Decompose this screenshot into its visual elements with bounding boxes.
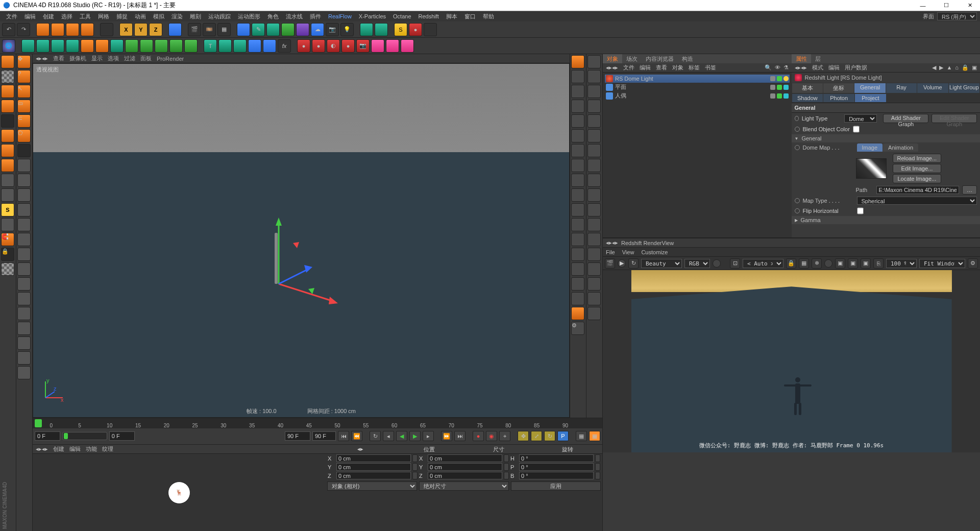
subsection-gamma[interactable]: ▶Gamma (792, 216, 981, 224)
tag-icon[interactable] (783, 93, 789, 99)
lt-slot6-icon[interactable] (17, 233, 31, 246)
xp-g3-icon[interactable] (140, 39, 153, 53)
tl-opt2-icon[interactable]: ▦ (589, 431, 600, 441)
tab-shadow[interactable]: Shadow (792, 94, 823, 102)
last-tool-icon[interactable] (100, 23, 113, 36)
dome-tab-anim[interactable]: Animation (883, 143, 918, 152)
light-icon[interactable]: 💡 (340, 23, 354, 36)
dome-preview-icon[interactable] (856, 158, 887, 179)
xp-quest-icon[interactable] (233, 39, 247, 53)
rp-14-icon[interactable] (571, 262, 584, 276)
render-dot-icon[interactable] (777, 85, 782, 90)
rv-copy-icon[interactable]: ⎘ (873, 258, 884, 269)
lt-slot9-icon[interactable] (17, 277, 31, 291)
menu-edit[interactable]: 编辑 (21, 12, 39, 21)
tab-ray[interactable]: Ray (886, 83, 917, 93)
om-handle-icon[interactable]: ◂▸◂▸ (606, 64, 618, 71)
record-icon[interactable]: ● (473, 431, 484, 441)
rs-s-icon[interactable]: S (394, 23, 407, 36)
rp2-9-icon[interactable] (587, 174, 601, 187)
rv-customize[interactable]: Customize (641, 249, 668, 255)
render-dot-icon[interactable] (777, 76, 782, 81)
object-mode-icon[interactable] (1, 100, 14, 113)
tab-lightgroup[interactable]: Light Group (949, 83, 979, 93)
rp2-11-icon[interactable] (587, 203, 601, 216)
perspective-viewport[interactable]: 透视视图 (33, 63, 570, 418)
timeline-ruler[interactable]: 0 5 10 15 20 25 30 35 40 45 50 55 60 65 … (33, 418, 602, 428)
play-fwd-icon[interactable]: ▶ (409, 431, 421, 441)
menu-select[interactable]: 选择 (58, 12, 76, 21)
rp2-6-icon[interactable] (587, 129, 601, 142)
xp-action-icon[interactable] (218, 39, 232, 53)
lt-slot11-icon[interactable] (17, 307, 31, 320)
rot-key-icon[interactable]: ↻ (544, 431, 555, 441)
lt-slot12-icon[interactable] (17, 322, 31, 335)
playhead-icon[interactable] (35, 419, 42, 427)
menu-anim[interactable]: 动画 (132, 12, 149, 21)
rv-handle-icon[interactable]: ◂▸◂▸ (606, 239, 618, 246)
environment-icon[interactable]: ☁ (311, 23, 324, 36)
maximize-button[interactable]: ☐ (939, 1, 953, 10)
lt-move-icon[interactable]: ✥ (17, 55, 31, 68)
lt-help-icon[interactable]: ? (17, 70, 31, 83)
om-eye-icon[interactable]: 👁 (775, 64, 780, 71)
coord-p-rot[interactable] (519, 463, 594, 471)
vm-view[interactable]: 查看 (53, 55, 64, 62)
deformer-icon[interactable] (296, 23, 309, 36)
vm-filter[interactable]: 过滤 (124, 55, 135, 62)
menu-octane[interactable]: Octane (390, 12, 414, 20)
vm-display[interactable]: 显示 (91, 55, 103, 62)
lt-slot7-icon[interactable] (17, 248, 31, 261)
attr-tab-attr[interactable]: 属性 (792, 54, 811, 64)
am-lock-icon[interactable]: 🔒 (962, 64, 969, 71)
rp-6-icon[interactable] (571, 144, 584, 157)
step-fwd-icon[interactable]: ▸ (423, 431, 434, 441)
lt-slot5-icon[interactable] (17, 218, 31, 231)
om-search-icon[interactable]: 🔍 (765, 64, 772, 71)
radio-icon[interactable] (795, 198, 800, 203)
am-user[interactable]: 用户数据 (845, 64, 867, 71)
om-tab-struct[interactable]: 构造 (678, 54, 697, 64)
rv-fit-select[interactable]: Fit Window (919, 259, 965, 268)
rv-snap-c-icon[interactable]: ▣ (861, 258, 871, 269)
snap-settings-icon[interactable] (1, 218, 14, 231)
tl-opts-icon[interactable]: ▦ (576, 431, 587, 441)
om-view[interactable]: 查看 (656, 64, 667, 71)
menu-mograph[interactable]: 运动图形 (235, 12, 263, 21)
tab-general[interactable]: General (854, 83, 885, 93)
spin-icon[interactable] (412, 463, 418, 471)
step-back-icon[interactable]: ◂ (383, 431, 394, 441)
radio-icon[interactable] (795, 116, 799, 121)
coord-handle-icon[interactable]: ◂▸ (326, 445, 395, 453)
coord-h-rot[interactable] (519, 454, 594, 462)
tag-icon[interactable] (783, 76, 789, 81)
rp2-10-icon[interactable] (587, 188, 601, 202)
coord-y-size[interactable] (428, 463, 502, 471)
maptype-select[interactable]: Spherical (857, 197, 977, 205)
rv-freeze-icon[interactable]: ❄ (812, 258, 822, 269)
rs-light5-icon[interactable]: 📷 (356, 39, 370, 53)
rp-1-icon[interactable] (571, 70, 584, 83)
lt-arrow-icon[interactable]: ↖ (17, 85, 31, 98)
xp-system-icon[interactable] (36, 39, 50, 53)
xp-g4-icon[interactable] (155, 39, 168, 53)
redo-icon[interactable]: ↷ (17, 23, 30, 36)
rs-light1-icon[interactable]: ● (297, 39, 310, 53)
undo-icon[interactable]: ↶ (2, 23, 15, 36)
rotate-icon[interactable] (81, 23, 94, 36)
rp2-16-icon[interactable] (587, 277, 601, 291)
menu-plugins[interactable]: 插件 (307, 12, 324, 21)
nurbs-icon[interactable] (266, 23, 280, 36)
path-field[interactable] (876, 186, 960, 194)
menu-xparticles[interactable]: X-Particles (356, 12, 389, 20)
spin-icon[interactable] (504, 472, 509, 479)
rs-proxy-icon[interactable] (371, 39, 384, 53)
vm-nav-icon[interactable]: ◂▸◂▸ (36, 55, 48, 62)
flip-checkbox[interactable] (857, 207, 864, 215)
lt-slot15-icon[interactable] (17, 366, 31, 379)
am-up-icon[interactable]: ▲ (946, 64, 952, 71)
material-area[interactable]: 🦌 (33, 454, 326, 531)
cur-frame-field[interactable] (109, 431, 135, 441)
am-back-icon[interactable]: ◀ (932, 64, 936, 71)
spin-icon[interactable] (412, 472, 418, 479)
